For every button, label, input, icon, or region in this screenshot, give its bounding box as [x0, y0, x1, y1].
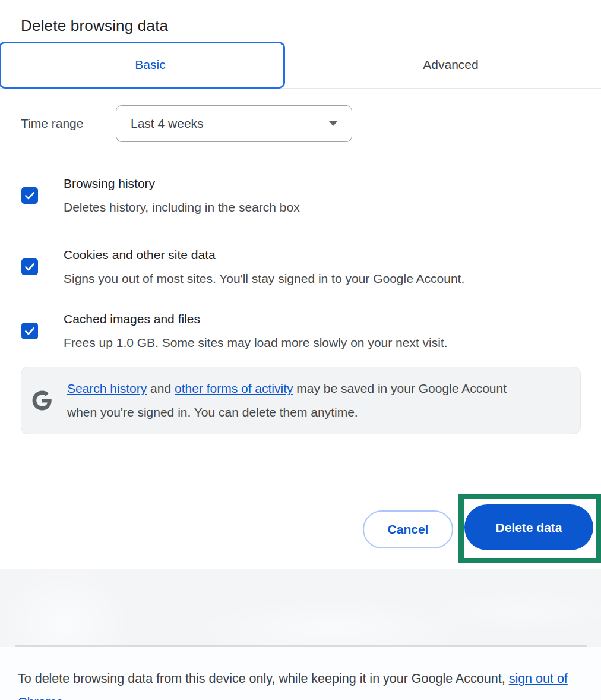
checkmark-icon: [24, 190, 36, 201]
delete-browsing-data-page: Delete browsing data Basic Advanced Time…: [0, 15, 601, 700]
notice-text: Search history and other forms of activi…: [67, 377, 536, 424]
dropdown-arrow-icon: [329, 121, 337, 126]
dialog-body: Time range Last 4 weeks Browsing history…: [0, 105, 601, 434]
footer-text-before: To delete browsing data from this device…: [18, 671, 509, 686]
time-range-row: Time range Last 4 weeks: [21, 105, 580, 142]
page-backdrop: To delete browsing data from this device…: [0, 569, 601, 700]
footer-area: To delete browsing data from this device…: [0, 647, 601, 700]
time-range-select[interactable]: Last 4 weeks: [116, 105, 352, 142]
checkbox-description: Frees up 1.0 GB. Some sites may load mor…: [64, 331, 565, 355]
browsing-history-text: Browsing history Deletes history, includ…: [64, 172, 565, 219]
delete-browsing-data-dialog: Delete browsing data Basic Advanced Time…: [0, 15, 601, 569]
dialog-title: Delete browsing data: [21, 15, 601, 36]
checkbox-title: Cached images and files: [64, 307, 565, 331]
browsing-history-checkbox[interactable]: [21, 187, 38, 204]
cookies-text: Cookies and other site data Signs you ou…: [64, 243, 565, 291]
google-account-notice: Search history and other forms of activi…: [21, 367, 581, 434]
tab-advanced[interactable]: Advanced: [300, 42, 601, 88]
checkbox-description: Deletes history, including in the search…: [64, 196, 565, 219]
footer-text-after: .: [63, 695, 67, 700]
checkbox-title: Cookies and other site data: [64, 243, 565, 267]
divider: [15, 645, 587, 647]
search-history-link[interactable]: Search history: [67, 381, 147, 395]
google-g-icon: [31, 390, 53, 411]
cached-images-row: Cached images and files Frees up 1.0 GB.…: [21, 307, 580, 355]
tab-bar: Basic Advanced: [0, 42, 601, 89]
time-range-selected-value: Last 4 weeks: [131, 116, 204, 131]
browsing-history-row: Browsing history Deletes history, includ…: [21, 172, 580, 219]
cached-images-text: Cached images and files Frees up 1.0 GB.…: [64, 307, 565, 355]
time-range-label: Time range: [21, 116, 116, 131]
cookies-row: Cookies and other site data Signs you ou…: [21, 243, 580, 291]
checkbox-description: Signs you out of most sites. You'll stay…: [64, 267, 565, 291]
tab-basic[interactable]: Basic: [0, 42, 300, 88]
footer-text: To delete browsing data from this device…: [18, 667, 579, 700]
delete-data-button[interactable]: Delete data: [464, 504, 593, 550]
checkmark-icon: [24, 261, 36, 273]
notice-and-text: and: [147, 381, 175, 395]
cookies-checkbox[interactable]: [21, 258, 38, 275]
dimmed-background: [0, 569, 601, 647]
cancel-button[interactable]: Cancel: [363, 510, 453, 548]
cached-images-checkbox[interactable]: [21, 323, 38, 339]
other-forms-of-activity-link[interactable]: other forms of activity: [175, 381, 293, 395]
checkmark-icon: [24, 325, 36, 337]
checkbox-title: Browsing history: [64, 172, 565, 196]
